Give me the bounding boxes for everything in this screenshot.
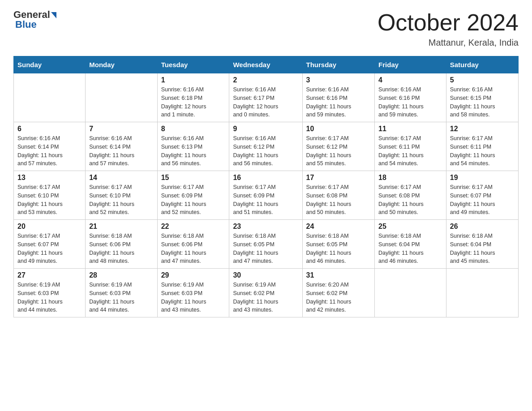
day-number: 14 <box>89 174 153 182</box>
calendar-cell: 16Sunrise: 6:17 AM Sunset: 6:09 PM Dayli… <box>229 171 302 220</box>
day-number: 3 <box>306 76 371 84</box>
calendar-cell: 28Sunrise: 6:19 AM Sunset: 6:03 PM Dayli… <box>86 269 157 317</box>
calendar-cell: 12Sunrise: 6:17 AM Sunset: 6:11 PM Dayli… <box>446 122 518 171</box>
day-number: 20 <box>17 223 82 231</box>
day-info: Sunrise: 6:16 AM Sunset: 6:14 PM Dayligh… <box>17 134 82 168</box>
calendar-week-row: 20Sunrise: 6:17 AM Sunset: 6:07 PM Dayli… <box>14 220 519 269</box>
day-of-week-header: Sunday <box>14 56 86 73</box>
calendar-cell: 22Sunrise: 6:18 AM Sunset: 6:06 PM Dayli… <box>157 220 229 269</box>
day-number: 28 <box>89 271 153 279</box>
day-info: Sunrise: 6:18 AM Sunset: 6:06 PM Dayligh… <box>89 232 153 265</box>
day-info: Sunrise: 6:16 AM Sunset: 6:16 PM Dayligh… <box>378 86 442 119</box>
day-info: Sunrise: 6:18 AM Sunset: 6:05 PM Dayligh… <box>233 232 298 265</box>
calendar-cell <box>446 269 518 317</box>
day-info: Sunrise: 6:17 AM Sunset: 6:12 PM Dayligh… <box>306 134 371 168</box>
calendar-cell: 6Sunrise: 6:16 AM Sunset: 6:14 PM Daylig… <box>14 122 86 171</box>
day-info: Sunrise: 6:17 AM Sunset: 6:11 PM Dayligh… <box>378 134 442 168</box>
day-number: 22 <box>161 223 226 231</box>
day-of-week-header: Monday <box>86 56 157 73</box>
day-info: Sunrise: 6:18 AM Sunset: 6:05 PM Dayligh… <box>306 232 371 265</box>
day-info: Sunrise: 6:16 AM Sunset: 6:14 PM Dayligh… <box>89 134 153 168</box>
calendar-cell: 30Sunrise: 6:19 AM Sunset: 6:02 PM Dayli… <box>229 269 302 317</box>
calendar-cell: 17Sunrise: 6:17 AM Sunset: 6:08 PM Dayli… <box>302 171 375 220</box>
day-info: Sunrise: 6:17 AM Sunset: 6:09 PM Dayligh… <box>233 183 298 217</box>
day-info: Sunrise: 6:19 AM Sunset: 6:03 PM Dayligh… <box>17 281 82 314</box>
day-number: 1 <box>161 76 226 84</box>
calendar-week-row: 27Sunrise: 6:19 AM Sunset: 6:03 PM Dayli… <box>14 269 519 317</box>
day-info: Sunrise: 6:16 AM Sunset: 6:17 PM Dayligh… <box>233 86 298 119</box>
day-number: 4 <box>378 76 442 84</box>
logo: General Blue <box>13 9 56 30</box>
calendar-cell: 23Sunrise: 6:18 AM Sunset: 6:05 PM Dayli… <box>229 220 302 269</box>
day-number: 15 <box>161 174 226 182</box>
day-number: 8 <box>161 125 226 133</box>
day-info: Sunrise: 6:18 AM Sunset: 6:04 PM Dayligh… <box>450 232 515 265</box>
day-of-week-header: Saturday <box>446 56 518 73</box>
day-info: Sunrise: 6:16 AM Sunset: 6:12 PM Dayligh… <box>233 134 298 168</box>
day-number: 9 <box>233 125 298 133</box>
calendar-cell: 9Sunrise: 6:16 AM Sunset: 6:12 PM Daylig… <box>229 122 302 171</box>
day-of-week-header: Wednesday <box>229 56 302 73</box>
day-number: 6 <box>17 125 82 133</box>
day-info: Sunrise: 6:16 AM Sunset: 6:16 PM Dayligh… <box>306 86 371 119</box>
day-info: Sunrise: 6:17 AM Sunset: 6:11 PM Dayligh… <box>450 134 515 168</box>
calendar-cell: 14Sunrise: 6:17 AM Sunset: 6:10 PM Dayli… <box>86 171 157 220</box>
day-number: 13 <box>17 174 82 182</box>
calendar-cell: 29Sunrise: 6:19 AM Sunset: 6:03 PM Dayli… <box>157 269 229 317</box>
day-number: 21 <box>89 223 153 231</box>
calendar-cell: 3Sunrise: 6:16 AM Sunset: 6:16 PM Daylig… <box>302 73 375 122</box>
day-info: Sunrise: 6:18 AM Sunset: 6:04 PM Dayligh… <box>378 232 442 265</box>
day-number: 27 <box>17 271 82 279</box>
day-number: 18 <box>378 174 442 182</box>
calendar-table: SundayMondayTuesdayWednesdayThursdayFrid… <box>13 56 519 317</box>
calendar-week-row: 1Sunrise: 6:16 AM Sunset: 6:18 PM Daylig… <box>14 73 519 122</box>
calendar-cell: 18Sunrise: 6:17 AM Sunset: 6:08 PM Dayli… <box>375 171 446 220</box>
day-number: 30 <box>233 271 298 279</box>
calendar-cell <box>14 73 86 122</box>
calendar-cell: 19Sunrise: 6:17 AM Sunset: 6:07 PM Dayli… <box>446 171 518 220</box>
page-header: General Blue October 2024 Mattanur, Kera… <box>13 9 519 48</box>
day-number: 10 <box>306 125 371 133</box>
day-info: Sunrise: 6:17 AM Sunset: 6:10 PM Dayligh… <box>17 183 82 217</box>
calendar-cell: 13Sunrise: 6:17 AM Sunset: 6:10 PM Dayli… <box>14 171 86 220</box>
day-number: 5 <box>450 76 515 84</box>
calendar-cell: 8Sunrise: 6:16 AM Sunset: 6:13 PM Daylig… <box>157 122 229 171</box>
day-info: Sunrise: 6:19 AM Sunset: 6:03 PM Dayligh… <box>89 281 153 314</box>
day-number: 24 <box>306 223 371 231</box>
day-info: Sunrise: 6:17 AM Sunset: 6:07 PM Dayligh… <box>17 232 82 265</box>
calendar-cell: 4Sunrise: 6:16 AM Sunset: 6:16 PM Daylig… <box>375 73 446 122</box>
calendar-cell: 27Sunrise: 6:19 AM Sunset: 6:03 PM Dayli… <box>14 269 86 317</box>
day-of-week-header: Friday <box>375 56 446 73</box>
day-number: 16 <box>233 174 298 182</box>
day-info: Sunrise: 6:19 AM Sunset: 6:03 PM Dayligh… <box>161 281 226 314</box>
day-info: Sunrise: 6:17 AM Sunset: 6:10 PM Dayligh… <box>89 183 153 217</box>
location: Mattanur, Kerala, India <box>378 38 519 48</box>
day-info: Sunrise: 6:17 AM Sunset: 6:08 PM Dayligh… <box>306 183 371 217</box>
calendar-cell: 20Sunrise: 6:17 AM Sunset: 6:07 PM Dayli… <box>14 220 86 269</box>
day-info: Sunrise: 6:17 AM Sunset: 6:09 PM Dayligh… <box>161 183 226 217</box>
day-info: Sunrise: 6:16 AM Sunset: 6:15 PM Dayligh… <box>450 86 515 119</box>
logo-blue-text: Blue <box>15 19 37 30</box>
calendar-week-row: 13Sunrise: 6:17 AM Sunset: 6:10 PM Dayli… <box>14 171 519 220</box>
calendar-cell: 7Sunrise: 6:16 AM Sunset: 6:14 PM Daylig… <box>86 122 157 171</box>
day-info: Sunrise: 6:17 AM Sunset: 6:08 PM Dayligh… <box>378 183 442 217</box>
month-title: October 2024 <box>378 9 519 36</box>
day-number: 7 <box>89 125 153 133</box>
day-info: Sunrise: 6:19 AM Sunset: 6:02 PM Dayligh… <box>233 281 298 314</box>
day-of-week-header: Tuesday <box>157 56 229 73</box>
day-info: Sunrise: 6:16 AM Sunset: 6:13 PM Dayligh… <box>161 134 226 168</box>
day-info: Sunrise: 6:18 AM Sunset: 6:06 PM Dayligh… <box>161 232 226 265</box>
calendar-cell: 10Sunrise: 6:17 AM Sunset: 6:12 PM Dayli… <box>302 122 375 171</box>
day-info: Sunrise: 6:16 AM Sunset: 6:18 PM Dayligh… <box>161 86 226 119</box>
title-block: October 2024 Mattanur, Kerala, India <box>378 9 519 48</box>
day-number: 23 <box>233 223 298 231</box>
day-number: 11 <box>378 125 442 133</box>
calendar-week-row: 6Sunrise: 6:16 AM Sunset: 6:14 PM Daylig… <box>14 122 519 171</box>
day-number: 31 <box>306 271 371 279</box>
calendar-cell: 21Sunrise: 6:18 AM Sunset: 6:06 PM Dayli… <box>86 220 157 269</box>
calendar-cell: 24Sunrise: 6:18 AM Sunset: 6:05 PM Dayli… <box>302 220 375 269</box>
calendar-cell: 11Sunrise: 6:17 AM Sunset: 6:11 PM Dayli… <box>375 122 446 171</box>
day-number: 17 <box>306 174 371 182</box>
calendar-cell <box>86 73 157 122</box>
calendar-cell: 5Sunrise: 6:16 AM Sunset: 6:15 PM Daylig… <box>446 73 518 122</box>
